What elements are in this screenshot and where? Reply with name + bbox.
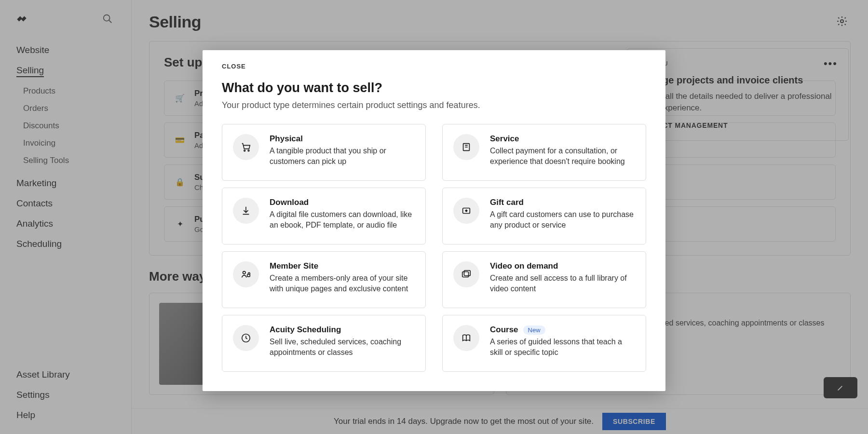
svg-point-7 — [243, 271, 246, 274]
opt-desc: A gift card customers can use to purchas… — [490, 209, 635, 231]
member-icon — [233, 261, 259, 287]
opt-desc: A tangible product that you ship or cust… — [270, 146, 415, 167]
service-icon — [453, 134, 479, 160]
video-icon — [453, 261, 479, 287]
opt-title: Service — [490, 134, 635, 144]
option-course[interactable]: CourseNew A series of guided lessons tha… — [442, 315, 646, 372]
svg-rect-8 — [247, 274, 250, 277]
option-video-on-demand[interactable]: Video on demandCreate and sell access to… — [442, 251, 646, 308]
course-icon — [453, 325, 479, 351]
gift-icon — [453, 198, 479, 224]
new-badge: New — [523, 326, 545, 335]
svg-rect-9 — [462, 272, 469, 277]
option-service[interactable]: ServiceCollect payment for a consultatio… — [442, 124, 646, 181]
opt-title: Video on demand — [490, 261, 635, 271]
options-grid: PhysicalA tangible product that you ship… — [222, 124, 646, 372]
opt-desc: Collect payment for a consultation, or e… — [490, 146, 635, 167]
opt-desc: A series of guided lessons that teach a … — [490, 337, 635, 358]
opt-desc: A digital file customers can download, l… — [270, 209, 415, 231]
modal-title: What do you want to sell? — [222, 81, 646, 95]
opt-desc: Create a members-only area of your site … — [270, 273, 415, 295]
opt-title: Download — [270, 198, 415, 207]
svg-point-3 — [244, 150, 245, 151]
product-type-modal: CLOSE What do you want to sell? Your pro… — [203, 50, 665, 391]
close-button[interactable]: CLOSE — [222, 63, 646, 70]
option-download[interactable]: DownloadA digital file customers can dow… — [222, 188, 426, 244]
opt-title: CourseNew — [490, 325, 635, 335]
modal-overlay[interactable]: CLOSE What do you want to sell? Your pro… — [0, 0, 868, 434]
opt-title: Member Site — [270, 261, 415, 271]
opt-title: Gift card — [490, 198, 635, 207]
svg-point-4 — [248, 150, 249, 151]
modal-subtitle: Your product type determines certain pro… — [222, 100, 646, 110]
opt-desc: Create and sell access to a full library… — [490, 273, 635, 295]
opt-title: Acuity Scheduling — [270, 325, 415, 335]
option-acuity-scheduling[interactable]: Acuity SchedulingSell live, scheduled se… — [222, 315, 426, 372]
opt-title: Physical — [270, 134, 415, 144]
download-icon — [233, 198, 259, 224]
cart-icon — [233, 134, 259, 160]
option-gift-card[interactable]: Gift cardA gift card customers can use t… — [442, 188, 646, 244]
clock-icon — [233, 325, 259, 351]
option-physical[interactable]: PhysicalA tangible product that you ship… — [222, 124, 426, 181]
option-member-site[interactable]: Member SiteCreate a members-only area of… — [222, 251, 426, 308]
opt-desc: Sell live, scheduled services, coaching … — [270, 337, 415, 358]
svg-rect-10 — [464, 271, 470, 276]
